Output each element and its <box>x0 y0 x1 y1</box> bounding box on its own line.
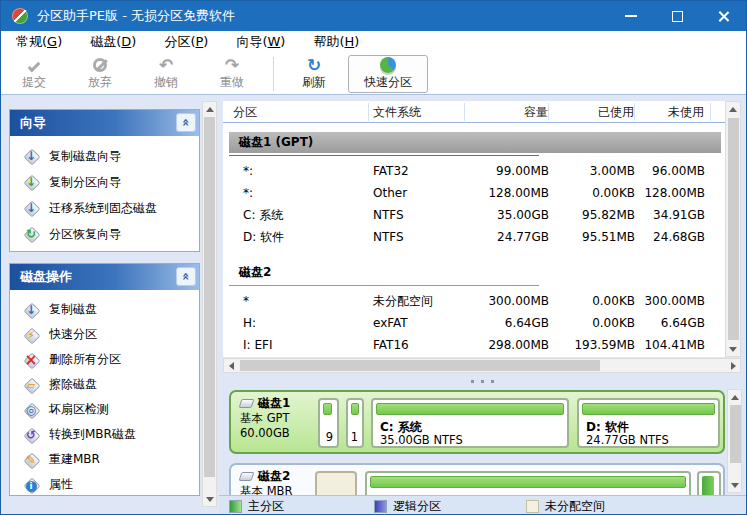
disk1-partition-c[interactable]: C: 系统 35.00GB NTFS <box>371 398 569 448</box>
sidebar-item-convert-to-mbr[interactable]: 转换到MBR磁盘 <box>10 422 199 447</box>
disk1-group-header[interactable]: 磁盘1 (GPT) <box>229 132 721 153</box>
scroll-up-arrow[interactable] <box>203 102 216 116</box>
sidebar-scrollbar[interactable] <box>202 101 217 507</box>
primary-strip <box>323 403 332 415</box>
pie-icon <box>380 57 396 73</box>
disk2-group-header[interactable]: 磁盘2 <box>229 262 721 283</box>
minimize-button[interactable] <box>608 1 654 31</box>
col-used[interactable]: 已使用 <box>549 103 635 121</box>
col-capacity[interactable]: 容量 <box>465 103 549 121</box>
sidebar-item-wipe-disk[interactable]: 擦除磁盘 <box>10 372 199 397</box>
copy-disk-icon <box>23 302 39 318</box>
chevron-up-icon: « <box>180 272 193 280</box>
bad-sector-test-icon <box>23 402 39 418</box>
scroll-up-arrow[interactable] <box>728 390 741 404</box>
legend-unallocated: 未分配空间 <box>526 498 605 515</box>
undo-button[interactable]: 撤销 <box>133 54 199 94</box>
maximize-icon <box>672 11 683 22</box>
menu-disk[interactable]: 磁盘(D) <box>77 31 149 53</box>
divider <box>229 155 539 156</box>
table-row[interactable]: *: Other 128.00MB 0.00KB 128.00MB <box>223 182 725 204</box>
legend-logical: 逻辑分区 <box>374 498 441 515</box>
menu-help[interactable]: 帮助(H) <box>300 31 372 53</box>
toolbar: 提交 放弃 撤销 重做 刷新 快速分区 <box>1 53 746 95</box>
discard-button[interactable]: 放弃 <box>67 54 133 94</box>
undo-icon <box>159 56 173 74</box>
col-unused[interactable]: 未使用 <box>635 103 711 121</box>
scroll-down-arrow[interactable] <box>728 478 741 492</box>
sidebar-item-copy-partition-wizard[interactable]: 复制分区向导 <box>10 169 199 195</box>
scroll-right-arrow[interactable] <box>726 359 740 372</box>
primary-strip <box>370 476 686 488</box>
scrollbar-thumb[interactable] <box>204 117 215 477</box>
sidebar-item-bad-sector-test[interactable]: 坏扇区检测 <box>10 397 199 422</box>
sidebar-item-partition-recovery[interactable]: 分区恢复向导 <box>10 221 199 247</box>
collapse-button[interactable]: « <box>176 267 196 286</box>
scroll-up-arrow[interactable] <box>726 102 740 116</box>
table-row[interactable]: *: FAT32 99.00MB 3.00MB 96.00MB <box>223 160 725 182</box>
disk-icon <box>239 472 255 481</box>
sidebar-item-copy-disk-wizard[interactable]: 复制磁盘向导 <box>10 143 199 169</box>
menu-general[interactable]: 常规(G) <box>3 31 75 53</box>
discard-icon <box>93 58 107 72</box>
quick-partition-icon <box>23 327 39 343</box>
table-header[interactable]: 分区 文件系统 容量 已使用 未使用 <box>223 101 725 123</box>
primary-strip <box>351 403 359 415</box>
logical-partition-swatch-icon <box>374 500 387 513</box>
sidebar-item-delete-all-partitions[interactable]: 删除所有分区 <box>10 347 199 372</box>
disk1-map-block[interactable]: 磁盘1 基本 GPT 60.00GB 9 1 C: 系统 35.00GB NTF… <box>229 390 725 454</box>
disk1-partition-d[interactable]: D: 软件 24.77GB NTFS <box>577 398 720 448</box>
disk1-label: 磁盘1 基本 GPT 60.00GB <box>240 396 290 441</box>
refresh-icon <box>307 56 321 74</box>
col-filesystem[interactable]: 文件系统 <box>369 103 465 121</box>
scrollbar-thumb[interactable] <box>240 360 600 371</box>
scroll-left-arrow[interactable] <box>224 359 238 372</box>
diskmap-vscrollbar[interactable] <box>727 389 742 493</box>
menu-bar: 常规(G) 磁盘(D) 分区(P) 向导(W) 帮助(H) <box>1 31 746 53</box>
commit-button[interactable]: 提交 <box>1 54 67 94</box>
maximize-button[interactable] <box>654 1 700 31</box>
scroll-down-arrow[interactable] <box>203 492 216 506</box>
disk1-partition-msr[interactable]: 1 <box>346 398 364 448</box>
sidebar-item-properties[interactable]: 属性 <box>10 472 199 497</box>
disk-ops-panel: 磁盘操作 « 复制磁盘 快速分区 删除所有分区 擦除磁盘 坏扇区检测 <box>9 263 200 496</box>
scroll-down-arrow[interactable] <box>726 342 740 356</box>
sidebar-item-migrate-os[interactable]: 迁移系统到固态磁盘 <box>10 195 199 221</box>
table-row[interactable]: I: EFI FAT16 298.00MB 193.59MB 104.41MB <box>223 334 725 356</box>
table-row[interactable]: * 未分配空间 300.00MB 0.00KB 300.00MB <box>223 290 725 312</box>
collapse-button[interactable]: « <box>176 113 196 132</box>
sidebar-item-rebuild-mbr[interactable]: 重建MBR <box>10 447 199 472</box>
table-vscrollbar[interactable] <box>725 101 741 357</box>
wizard-panel-header[interactable]: 向导 « <box>10 110 199 136</box>
scrollbar-thumb[interactable] <box>730 405 741 463</box>
partition-table: 分区 文件系统 容量 已使用 未使用 磁盘1 (GPT) *: FAT32 99… <box>223 101 725 357</box>
legend-primary: 主分区 <box>229 498 284 515</box>
sidebar-item-quick-partition[interactable]: 快速分区 <box>10 322 199 347</box>
app-logo-icon <box>12 8 28 24</box>
primary-strip <box>582 403 715 415</box>
primary-strip <box>376 403 564 415</box>
divider <box>229 285 539 286</box>
scrollbar-thumb[interactable] <box>728 118 739 340</box>
splitter-handle[interactable] <box>223 377 741 385</box>
copy-disk-wizard-icon <box>23 148 39 164</box>
disk-icon <box>239 399 255 408</box>
quick-partition-button[interactable]: 快速分区 <box>348 55 428 93</box>
table-row[interactable]: C: 系统 NTFS 35.00GB 95.82MB 34.91GB <box>223 204 725 226</box>
col-partition[interactable]: 分区 <box>223 103 369 121</box>
table-hscrollbar[interactable] <box>223 358 741 373</box>
menu-wizard[interactable]: 向导(W) <box>223 31 298 53</box>
app-window: 分区助手PE版 - 无损分区免费软件 常规(G) 磁盘(D) 分区(P) 向导(… <box>0 0 747 515</box>
refresh-button[interactable]: 刷新 <box>286 54 342 94</box>
disk-ops-panel-header[interactable]: 磁盘操作 « <box>10 264 199 290</box>
partition-recovery-wizard-icon <box>23 226 39 242</box>
close-button[interactable] <box>700 1 746 31</box>
sidebar-item-copy-disk[interactable]: 复制磁盘 <box>10 297 199 322</box>
chevron-up-icon: « <box>180 118 193 126</box>
redo-button[interactable]: 重做 <box>199 54 265 94</box>
table-row[interactable]: H: exFAT 6.64GB 0.00KB 6.64GB <box>223 312 725 334</box>
menu-partition[interactable]: 分区(P) <box>151 31 221 53</box>
table-row[interactable]: D: 软件 NTFS 24.77GB 95.51MB 24.68GB <box>223 226 725 248</box>
disk1-partition-efi[interactable]: 9 <box>318 398 339 448</box>
migrate-os-to-ssd-icon <box>23 200 39 216</box>
